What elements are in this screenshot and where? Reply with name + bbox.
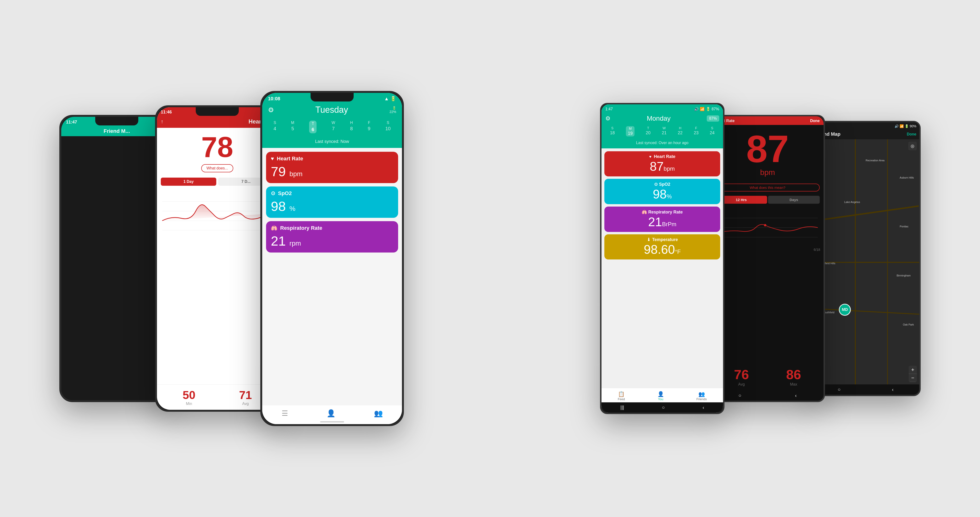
dash-battery-pct: 22% bbox=[390, 110, 396, 114]
adash-spo2-card[interactable]: ⊙ SpO2 98% bbox=[605, 179, 720, 204]
nav-back-btn[interactable]: ‹ bbox=[702, 405, 704, 410]
aheart-status-bar: Heart Rate Done bbox=[711, 116, 824, 125]
heart-what-btn[interactable]: What does... bbox=[201, 164, 233, 172]
nav-back2[interactable]: ‹ bbox=[795, 393, 797, 398]
amap-target-btn[interactable]: ◎ bbox=[908, 142, 917, 150]
resp-card-top: 🫁 Respiratory Rate bbox=[271, 225, 393, 231]
map-title: Friend M... bbox=[103, 128, 130, 134]
resp-val-num: 21 bbox=[271, 233, 286, 249]
dash-sync-text: Last synced: Now bbox=[262, 138, 402, 148]
heart-card-top: ♥ Heart Rate bbox=[271, 156, 393, 162]
adash-nav-bar: ||| ○ ‹ bbox=[601, 402, 723, 413]
heart-min-value: 50 bbox=[183, 388, 195, 402]
cal-h8: H8 bbox=[350, 121, 353, 133]
right-phone-group: 1:47 🔊 📶 🔋 87% ⚙ Monday 87% S18 M19 T20 … bbox=[600, 103, 921, 414]
adash-heart-unit: bpm bbox=[664, 165, 675, 172]
dash-tabbar: ☰ 👤 👥 bbox=[262, 405, 402, 419]
aheart-avg-value: 76 bbox=[734, 367, 749, 382]
adash-cards: ♥ Heart Rate 87bpm ⊙ SpO2 98% bbox=[601, 148, 723, 388]
heart-chart-svg bbox=[161, 192, 274, 235]
atab-friends[interactable]: 👥 Friends bbox=[697, 391, 707, 401]
android-friend-map: 1:14 🔊 📶 🔋 90% Friend Map Done Recreatio… bbox=[811, 121, 921, 396]
adash-temp-label: 🌡 Temperature bbox=[608, 237, 716, 242]
resp-val-unit: rpm bbox=[290, 239, 301, 247]
spo2-card[interactable]: ⊙ SpO2 98 % bbox=[266, 187, 398, 218]
acal-h22: H22 bbox=[678, 126, 682, 136]
cal-m5: M5 bbox=[291, 121, 294, 133]
iphone-notch bbox=[95, 117, 138, 125]
adash-status-bar: 1:47 🔊 📶 🔋 87% bbox=[601, 104, 723, 113]
resp-card-icon: 🫁 bbox=[271, 225, 277, 231]
heart-header: ↑ Heart R... bbox=[157, 116, 278, 128]
dash-status-icons: ▲ 🔋 bbox=[384, 96, 396, 102]
heart-status-time: 11:46 bbox=[161, 110, 172, 115]
heart-tab-1day[interactable]: 1 Day bbox=[161, 177, 216, 186]
dash-cards: ♥ Heart Rate 79 bpm ⊙ SpO2 bbox=[262, 148, 402, 405]
aheart-date-labels: 6/16 6/18 bbox=[714, 248, 821, 252]
aheart-nav: ○ ‹ bbox=[711, 390, 824, 401]
amap-zoom-in[interactable]: + bbox=[909, 366, 917, 374]
aheart-tab-days[interactable]: Days bbox=[768, 196, 820, 204]
atab-feed[interactable]: 📋 Feed bbox=[618, 391, 625, 401]
settings-icon[interactable]: ⚙ bbox=[268, 106, 274, 114]
heart-card-icon: ♥ bbox=[271, 156, 274, 162]
nav-home2[interactable]: ○ bbox=[738, 393, 741, 398]
amap-zoom-out[interactable]: − bbox=[909, 374, 917, 382]
amap-done-btn[interactable]: Done bbox=[907, 132, 916, 136]
resp-card[interactable]: 🫁 Respiratory Rate 21 rpm bbox=[266, 221, 398, 252]
amap-road-1 bbox=[813, 205, 919, 222]
tab-friends-icon[interactable]: 👥 bbox=[374, 409, 383, 417]
left-phone-group: 11:47 ▲ Friend M... bbox=[59, 91, 404, 426]
nav-back3[interactable]: ‹ bbox=[892, 387, 894, 392]
heart-avg-value: 71 bbox=[239, 388, 252, 402]
adash-battery-pct: 87% bbox=[709, 116, 717, 120]
spo2-val-unit: % bbox=[290, 205, 296, 212]
atab-you[interactable]: 👤 You bbox=[657, 391, 664, 401]
acal-s24: S24 bbox=[710, 126, 714, 136]
aheart-done-btn[interactable]: Done bbox=[810, 119, 820, 123]
nav-home3[interactable]: ○ bbox=[838, 387, 840, 392]
nav-menu-btn[interactable]: ||| bbox=[620, 405, 624, 410]
android-heart-detail: Heart Rate Done 87 bpm What does this me… bbox=[710, 115, 825, 402]
feed-icon: 📋 bbox=[618, 391, 625, 397]
amap-status: 1:14 🔊 📶 🔋 90% bbox=[812, 122, 919, 130]
cal-t6-active[interactable]: T6 bbox=[309, 121, 317, 133]
svg-point-7 bbox=[764, 224, 766, 227]
spo2-card-value: 98 % bbox=[271, 198, 393, 214]
heart-val-unit: bpm bbox=[290, 170, 302, 177]
heart-rate-card[interactable]: ♥ Heart Rate 79 bpm bbox=[266, 152, 398, 183]
spo2-card-label: SpO2 bbox=[278, 190, 292, 196]
aheart-what-btn[interactable]: What does this mean? bbox=[715, 184, 820, 191]
adash-resp-card[interactable]: 🫁 Respiratory Rate 21BrPm bbox=[605, 207, 720, 232]
heart-card-value: 79 bpm bbox=[271, 164, 393, 179]
home-indicator-area bbox=[262, 419, 402, 424]
you-icon: 👤 bbox=[657, 391, 664, 397]
adash-temp-card[interactable]: 🌡 Temperature 98.60°F bbox=[605, 235, 720, 260]
tab-feed-icon[interactable]: ☰ bbox=[282, 409, 288, 417]
adash-screen: 1:47 🔊 📶 🔋 87% ⚙ Monday 87% S18 M19 T20 … bbox=[601, 104, 723, 413]
heart-min-label: Min bbox=[183, 402, 195, 406]
amap-body: Recreation Area Auburn Hills Lake Angelu… bbox=[812, 139, 919, 385]
amap-label-auburn: Auburn Hills bbox=[900, 176, 914, 179]
amap-road-v1 bbox=[855, 139, 856, 385]
heart-val-num: 79 bbox=[271, 164, 286, 179]
adash-spo2-icon: ⊙ bbox=[654, 182, 659, 187]
adash-gear-icon[interactable]: ⚙ bbox=[605, 115, 611, 122]
nav-home-btn[interactable]: ○ bbox=[662, 405, 665, 410]
aheart-chart-svg bbox=[714, 209, 821, 247]
acal-f23: F23 bbox=[694, 126, 698, 136]
cal-w7: W7 bbox=[332, 121, 335, 133]
amap-zoom-btns: + − bbox=[909, 366, 917, 382]
heart-avg-stat: 71 Avg bbox=[239, 388, 252, 406]
dash-header: ⚙ Tuesday 🔋 22% bbox=[262, 103, 402, 119]
heart-share-icon[interactable]: ↑ bbox=[161, 118, 164, 125]
heart-chart-area bbox=[157, 188, 278, 385]
acal-m19-active[interactable]: M19 bbox=[626, 126, 635, 136]
tab-you-icon[interactable]: 👤 bbox=[326, 409, 336, 417]
spo2-val-num: 98 bbox=[271, 199, 286, 214]
friends-icon: 👥 bbox=[697, 391, 707, 397]
heart-min-stat: 50 Min bbox=[183, 388, 195, 406]
heart-what-text: What does... bbox=[207, 166, 228, 170]
resp-card-value: 21 rpm bbox=[271, 233, 393, 249]
adash-heart-card[interactable]: ♥ Heart Rate 87bpm bbox=[605, 151, 720, 176]
